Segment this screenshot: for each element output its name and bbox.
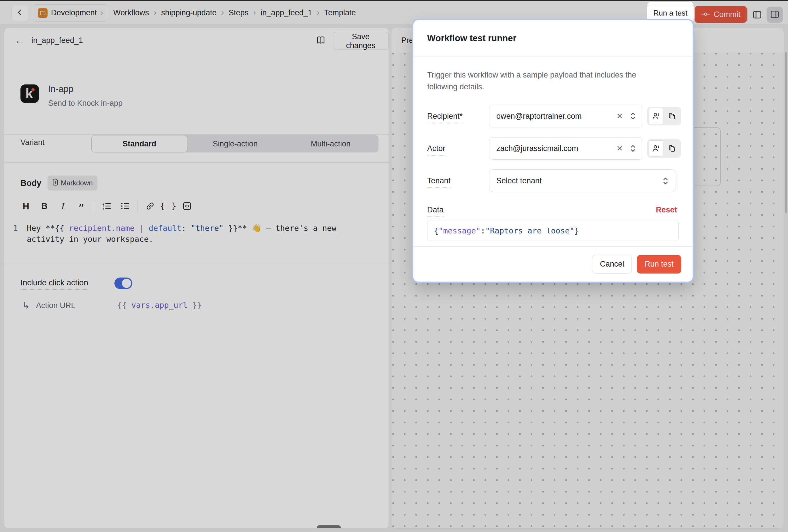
- clear-icon[interactable]: ✕: [616, 144, 623, 153]
- data-label: Data: [427, 205, 489, 214]
- copy-icon[interactable]: [664, 108, 680, 124]
- run-test-button[interactable]: Run test: [637, 255, 681, 274]
- user-picker-icon[interactable]: [648, 108, 664, 124]
- actor-combobox: ✕: [489, 137, 643, 160]
- tenant-select[interactable]: Select tenant: [489, 170, 676, 192]
- copy-icon[interactable]: [664, 140, 680, 157]
- tenant-label: Tenant: [427, 176, 489, 185]
- tenant-select-value: Select tenant: [496, 176, 542, 185]
- user-picker-icon[interactable]: [648, 140, 664, 157]
- recipient-label: Recipient*: [427, 112, 489, 121]
- modal-title: Workflow test runner: [427, 33, 516, 43]
- workflow-test-runner-modal: Workflow test runner Trigger this workfl…: [413, 20, 693, 281]
- window-top-edge: [0, 0, 788, 1]
- modal-header: Workflow test runner: [413, 20, 693, 57]
- actor-mode-group: [647, 139, 681, 158]
- reset-data-button[interactable]: Reset: [654, 205, 679, 215]
- data-label-row: Data Reset: [427, 205, 679, 215]
- app-screen: Development › Workflows › shipping-updat…: [0, 0, 788, 532]
- chevron-sort-icon[interactable]: [629, 111, 637, 122]
- recipient-mode-group: [647, 107, 681, 125]
- recipient-combobox: ✕: [489, 105, 643, 127]
- modal-description: Trigger this workflow with a sample payl…: [427, 69, 658, 93]
- tenant-field-row: Tenant Select tenant: [427, 170, 679, 192]
- cancel-button[interactable]: Cancel: [592, 255, 632, 274]
- recipient-field-row: Recipient* ✕: [427, 105, 679, 127]
- modal-body: Trigger this workflow with a sample payl…: [413, 57, 693, 247]
- chevron-sort-icon: [662, 176, 669, 188]
- actor-field-row: Actor ✕: [427, 137, 679, 160]
- clear-icon[interactable]: ✕: [616, 112, 623, 121]
- actor-label: Actor: [427, 144, 489, 153]
- data-json-editor[interactable]: {"message": "Raptors are loose"}: [427, 220, 679, 241]
- run-a-test-button[interactable]: Run a test: [647, 5, 694, 21]
- modal-footer: Cancel Run test: [413, 247, 693, 281]
- chevron-sort-icon[interactable]: [629, 143, 637, 155]
